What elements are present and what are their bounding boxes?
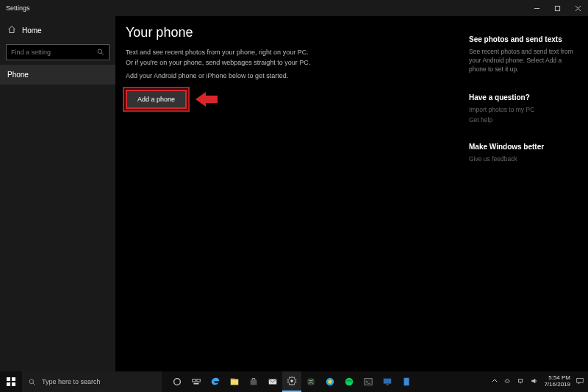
svg-point-20: [290, 379, 293, 382]
page-title: Your phone: [126, 25, 469, 40]
search-input[interactable]: [11, 49, 85, 56]
tray-chevron-icon[interactable]: [491, 377, 498, 386]
svg-rect-28: [386, 385, 389, 385]
svg-rect-18: [251, 379, 257, 385]
svg-rect-16: [231, 379, 239, 385]
tray-network-icon[interactable]: [517, 377, 525, 386]
notifications-icon[interactable]: [576, 377, 584, 386]
svg-rect-1: [555, 6, 559, 10]
svg-rect-17: [231, 379, 234, 380]
store-icon[interactable]: [244, 371, 263, 392]
monitor-icon[interactable]: [378, 371, 397, 392]
search-icon: [96, 46, 104, 59]
info-body-1: See recent photos and send text from you…: [469, 48, 579, 74]
svg-line-5: [101, 53, 104, 55]
window-titlebar: Settings: [0, 0, 588, 16]
svg-text:>_: >_: [366, 379, 370, 384]
edge-icon[interactable]: [206, 371, 225, 392]
svg-rect-29: [404, 378, 409, 386]
svg-rect-32: [577, 378, 584, 382]
browser-icon[interactable]: [320, 371, 340, 392]
help-link[interactable]: Import photos to my PC: [469, 106, 579, 113]
right-info-panel: See photos and send texts See recent pho…: [469, 25, 579, 371]
add-phone-button[interactable]: Add a phone: [126, 90, 187, 109]
cmd-icon[interactable]: >_: [359, 371, 378, 392]
maximize-button[interactable]: [547, 0, 567, 16]
task-view-icon[interactable]: [187, 371, 206, 392]
system-tray: 5:54 PM 7/16/2019: [491, 375, 588, 388]
taskbar-search[interactable]: Type here to search: [22, 371, 162, 392]
explorer-icon[interactable]: [225, 371, 244, 392]
close-button[interactable]: [567, 0, 588, 16]
svg-rect-8: [7, 382, 10, 386]
svg-point-23: [328, 379, 331, 383]
svg-rect-9: [12, 382, 15, 386]
svg-rect-27: [384, 379, 392, 384]
sidebar-item-phone[interactable]: Phone: [0, 65, 115, 85]
edge-alt-icon[interactable]: [340, 371, 359, 392]
clock-date: 7/16/2019: [544, 382, 570, 388]
svg-rect-6: [7, 377, 10, 381]
tray-cloud-icon[interactable]: [504, 377, 512, 386]
app-icon[interactable]: [397, 371, 416, 392]
feedback-link[interactable]: Give us feedback: [469, 155, 579, 163]
search-box[interactable]: [6, 44, 110, 60]
svg-point-21: [307, 378, 315, 386]
info-heading-2: Have a question?: [469, 93, 579, 101]
info-heading-1: See photos and send texts: [469, 35, 579, 43]
svg-point-12: [174, 379, 181, 385]
mail-icon[interactable]: [263, 371, 282, 392]
window-title: Settings: [6, 4, 30, 12]
svg-line-11: [33, 382, 35, 385]
minimize-button[interactable]: [526, 0, 547, 16]
home-icon: [7, 25, 16, 35]
svg-point-10: [29, 379, 34, 384]
taskbar-search-label: Type here to search: [42, 378, 101, 385]
cortana-icon[interactable]: [168, 371, 187, 392]
taskbar: Type here to search >_ 5:54 PM 7/16/2019: [0, 371, 588, 392]
xbox-icon[interactable]: [301, 371, 320, 392]
annotation-arrow-icon: [196, 92, 218, 107]
settings-taskbar-icon[interactable]: [282, 371, 301, 392]
tray-volume-icon[interactable]: [531, 377, 538, 386]
svg-rect-15: [194, 383, 199, 385]
svg-rect-30: [519, 379, 523, 382]
page-subdescription: Add your Android phone or iPhone below t…: [126, 72, 469, 79]
main-content: Your phone Text and see recent photos fr…: [115, 16, 588, 371]
svg-rect-13: [193, 379, 196, 382]
svg-rect-7: [12, 377, 15, 381]
settings-sidebar: Home Phone: [0, 16, 115, 371]
svg-rect-14: [197, 379, 200, 382]
help-link[interactable]: Get help: [469, 116, 579, 124]
svg-point-4: [98, 49, 102, 54]
page-description: Text and see recent photos from your pho…: [126, 48, 317, 68]
taskbar-clock[interactable]: 5:54 PM 7/16/2019: [544, 375, 570, 388]
info-heading-3: Make Windows better: [469, 143, 579, 151]
home-label: Home: [22, 26, 42, 35]
home-link[interactable]: Home: [0, 21, 115, 40]
start-button[interactable]: [0, 371, 22, 392]
